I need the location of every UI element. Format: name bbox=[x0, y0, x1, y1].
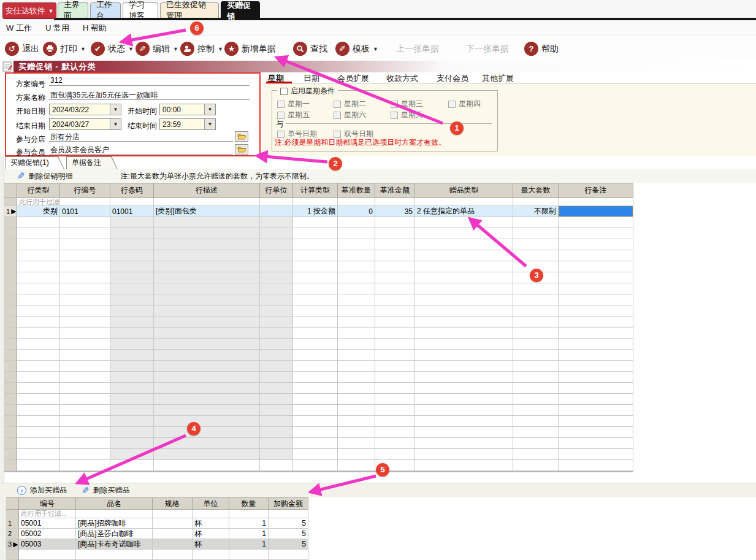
chevron-down-icon[interactable]: ▼ bbox=[110, 119, 121, 129]
stores-picker-button[interactable] bbox=[235, 131, 248, 142]
grid-cell[interactable]: 0101 bbox=[60, 206, 110, 217]
chevron-down-icon[interactable]: ▼ bbox=[110, 104, 121, 115]
row-marker[interactable]: 1 bbox=[6, 518, 19, 529]
grid-cell[interactable] bbox=[153, 518, 193, 529]
menu-common[interactable]: U 常用 bbox=[45, 23, 69, 34]
edit-button[interactable]: ✎ 编辑▼ bbox=[136, 40, 178, 57]
grid-cell[interactable]: 杯 bbox=[193, 518, 229, 529]
checkbox-saturday[interactable]: 星期六 bbox=[334, 110, 366, 120]
tab-buy-gift-detail[interactable]: 买赠促销(1) bbox=[5, 156, 64, 169]
column-header[interactable]: 加购金额 bbox=[269, 498, 308, 510]
menu-help[interactable]: H 帮助 bbox=[83, 23, 107, 34]
column-header[interactable]: 行单位 bbox=[260, 183, 293, 198]
grid-cell[interactable]: [商品]招牌咖啡 bbox=[76, 518, 153, 529]
tab-date[interactable]: 日期 bbox=[304, 73, 319, 84]
column-header[interactable]: 数量 bbox=[229, 498, 269, 510]
checkbox-sunday[interactable]: 星期天 bbox=[391, 110, 423, 120]
grid-cell[interactable]: 1 bbox=[229, 529, 269, 539]
grid-cell[interactable]: 杯 bbox=[193, 529, 229, 539]
enable-week-checkbox[interactable] bbox=[280, 88, 288, 95]
next-document-button[interactable]: 下一张单据 bbox=[466, 40, 509, 57]
chevron-down-icon[interactable]: ▼ bbox=[204, 119, 215, 129]
scheme-code-field[interactable]: 312 bbox=[49, 75, 250, 86]
tab-other-ext[interactable]: 其他扩展 bbox=[482, 73, 514, 84]
grid-cell[interactable] bbox=[153, 529, 193, 539]
grid-cell[interactable]: [商品]卡布奇诺咖啡 bbox=[76, 539, 153, 550]
end-time-select[interactable]: 23:59▼ bbox=[159, 118, 216, 130]
column-header[interactable]: 规格 bbox=[153, 498, 193, 510]
tab-learning-blog[interactable]: 学习博客 bbox=[123, 2, 158, 18]
column-header[interactable]: 行编号 bbox=[60, 183, 110, 198]
tab-buy-gift-promotion[interactable]: 买赠促销 bbox=[221, 1, 260, 20]
grid-cell[interactable] bbox=[153, 539, 193, 550]
grid-cell[interactable]: 05001 bbox=[19, 518, 76, 529]
print-button[interactable]: 打印▼ bbox=[43, 40, 86, 57]
delete-gift-button[interactable]: 删除买赠品 bbox=[93, 485, 130, 496]
grid-cell[interactable]: 5 bbox=[269, 518, 308, 529]
tab-active-promotions[interactable]: 已生效促销管理 bbox=[160, 2, 219, 18]
grid-cell[interactable]: 0 bbox=[338, 206, 375, 217]
column-header[interactable]: 行条码 bbox=[110, 183, 154, 198]
column-header[interactable]: 计算类型 bbox=[293, 183, 338, 198]
column-header[interactable]: 单位 bbox=[193, 498, 229, 510]
control-button[interactable]: 控制▼ bbox=[180, 40, 223, 57]
tab-main-screen[interactable]: 主界面 bbox=[58, 2, 88, 18]
grid-cell[interactable]: 不限制 bbox=[513, 206, 559, 217]
members-picker-button[interactable] bbox=[235, 144, 248, 155]
checkbox-thursday[interactable]: 星期四 bbox=[448, 99, 481, 109]
row-marker-header[interactable] bbox=[4, 183, 17, 198]
add-gift-button[interactable]: 添加买赠品 bbox=[30, 485, 67, 496]
prev-document-button[interactable]: 上一张单据 bbox=[396, 40, 439, 57]
tab-workbench[interactable]: 工作台 bbox=[90, 2, 121, 18]
row-marker-header[interactable] bbox=[6, 498, 19, 510]
grid-cell[interactable] bbox=[559, 206, 633, 217]
grid-cell[interactable] bbox=[260, 206, 293, 217]
menu-work[interactable]: W 工作 bbox=[6, 23, 32, 34]
grid-cell[interactable]: 1 bbox=[229, 539, 269, 550]
tab-document-remarks[interactable]: 单据备注 bbox=[66, 156, 118, 169]
grid-cell[interactable]: [类别]面包类 bbox=[154, 206, 260, 217]
column-header[interactable]: 行类型 bbox=[17, 183, 60, 198]
grid-cell[interactable]: 35 bbox=[375, 206, 415, 217]
find-button[interactable]: 查找 bbox=[293, 40, 327, 57]
app-menu-button[interactable]: 安仕达软件 ▼ bbox=[2, 2, 56, 19]
exit-button[interactable]: ↺ 退出 bbox=[5, 40, 39, 57]
members-field[interactable]: 会员及非会员客户 bbox=[49, 144, 233, 155]
help-button[interactable]: ? 帮助 bbox=[524, 40, 559, 57]
grid-cell[interactable]: 类别 bbox=[17, 206, 60, 217]
start-time-select[interactable]: 00:00▼ bbox=[159, 104, 216, 115]
grid-cell[interactable]: [商品]圣莎白咖啡 bbox=[76, 529, 153, 539]
row-marker[interactable]: 2 bbox=[6, 529, 19, 539]
grid-cell[interactable]: 05002 bbox=[19, 529, 76, 539]
column-header[interactable]: 基准数量 bbox=[338, 183, 375, 198]
column-header[interactable]: 编号 bbox=[19, 498, 76, 510]
tab-member-ext[interactable]: 会员扩展 bbox=[337, 73, 369, 84]
grid-cell[interactable]: 5 bbox=[269, 539, 308, 550]
end-date-select[interactable]: 2024/03/27▼ bbox=[49, 118, 121, 130]
new-document-button[interactable]: ★ 新增单据 bbox=[224, 40, 276, 57]
grid-cell[interactable]: 杯 bbox=[193, 539, 229, 550]
checkbox-monday[interactable]: 星期一 bbox=[277, 99, 310, 109]
stores-field[interactable]: 所有分店 bbox=[49, 131, 233, 142]
column-header[interactable]: 基准金额 bbox=[375, 183, 415, 198]
grid-cell[interactable]: 5 bbox=[269, 529, 308, 539]
template-button[interactable]: ✐ 模板▼ bbox=[335, 40, 378, 57]
tab-pay-member[interactable]: 支付会员 bbox=[437, 73, 468, 84]
status-button[interactable]: ✔ 状态▼ bbox=[91, 40, 134, 57]
row-marker[interactable]: 3▶ bbox=[6, 539, 19, 550]
chevron-down-icon[interactable]: ▼ bbox=[204, 104, 215, 115]
grid-cell[interactable]: 1 按金额 bbox=[293, 206, 338, 217]
checkbox-tuesday[interactable]: 星期二 bbox=[334, 99, 366, 109]
start-date-select[interactable]: 2024/03/22▼ bbox=[49, 104, 121, 115]
column-header[interactable]: 行描述 bbox=[154, 183, 260, 198]
delete-detail-button[interactable]: 删除促销明细 bbox=[29, 171, 73, 182]
scheme-name-field[interactable]: 面包满35元在加5元任选一款咖啡 bbox=[49, 90, 250, 100]
column-header[interactable]: 赠品类型 bbox=[415, 183, 513, 198]
column-header[interactable]: 行备注 bbox=[559, 183, 633, 198]
grid-cell[interactable]: 05003 bbox=[19, 539, 76, 550]
column-header[interactable]: 品名 bbox=[76, 498, 153, 510]
grid-cell[interactable]: 2 任意指定的单品 bbox=[415, 206, 513, 217]
tab-payment-type[interactable]: 收款方式 bbox=[386, 73, 418, 84]
grid-cell[interactable]: 1 bbox=[229, 518, 269, 529]
row-marker[interactable]: 1▶ bbox=[4, 206, 17, 217]
